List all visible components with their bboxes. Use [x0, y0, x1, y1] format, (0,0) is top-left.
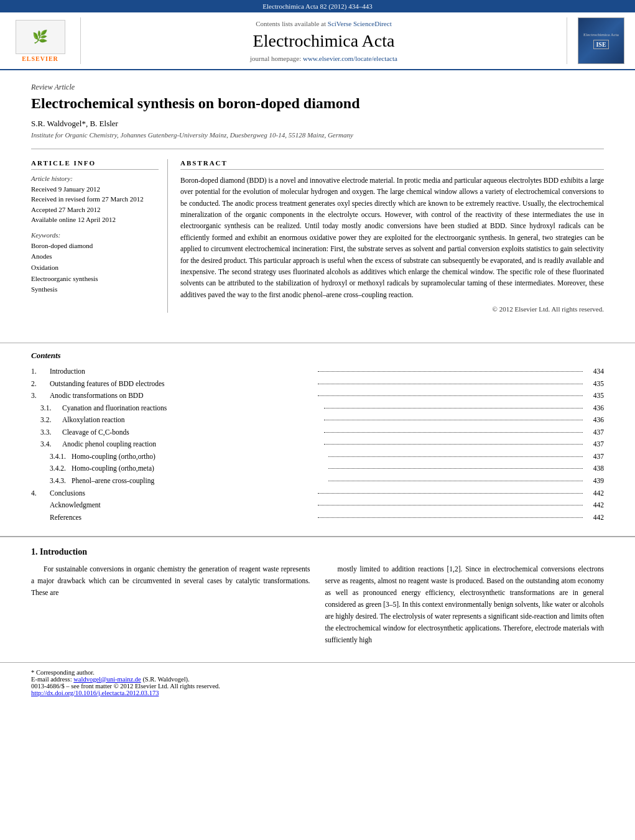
toc-label: Conclusions [50, 487, 315, 500]
toc-number: 1. [31, 366, 50, 378]
logo-box: 🌿 [16, 20, 65, 54]
toc-page: 437 [585, 438, 604, 451]
toc-page: 436 [585, 402, 604, 415]
toc-dots [318, 395, 583, 396]
cover-ise: ISE [593, 40, 608, 49]
elsevier-name: ELSEVIER [22, 55, 58, 62]
keyword-3: Oxidation [31, 262, 159, 274]
received-revised-date: Received in revised form 27 March 2012 [31, 194, 159, 205]
keyword-4: Electroorganic synthesis [31, 274, 159, 285]
toc-page: 439 [585, 475, 604, 487]
intro-col2-para1: mostly limited to addition reactions [1,… [325, 563, 605, 646]
toc-dots [318, 517, 583, 518]
journal-cover-area: Electrochimica Acta ISE [567, 17, 629, 64]
email-link[interactable]: waldvogel@uni-mainz.de [73, 676, 141, 683]
toc-label: Outstanding features of BDD electrodes [50, 378, 315, 390]
keyword-1: Boron-doped diamond [31, 241, 159, 252]
divider-1 [0, 343, 635, 343]
toc-number: 3.2. [31, 414, 62, 427]
toc-page: 436 [585, 414, 604, 427]
keywords-section: Keywords: Boron-doped diamond Anodes Oxi… [31, 231, 159, 295]
toc-number: 3.4.2. [31, 463, 72, 475]
article-body: Review Article Electrochemical synthesis… [0, 70, 635, 335]
toc-page: 437 [585, 451, 604, 463]
toc-label: Homo-coupling (ortho,ortho) [72, 451, 326, 463]
journal-cover: Electrochimica Acta ISE [578, 17, 624, 64]
page: Electrochimica Acta 82 (2012) 434–443 🌿 … [0, 0, 635, 703]
toc-label: Acknowledgment [50, 499, 315, 512]
intro-col1-para1: For sustainable conversions in organic c… [31, 563, 310, 599]
sciverse-link[interactable]: SciVerse ScienceDirect [328, 20, 392, 27]
abstract-text: Boron-doped diamond (BDD) is a novel and… [180, 175, 604, 300]
toc-label: Anodic transformations on BDD [50, 390, 315, 402]
email-label: E-mail address: [31, 676, 72, 683]
issn-line: 0013-4686/$ – see front matter © 2012 El… [31, 683, 604, 690]
homepage-label: journal homepage: [250, 55, 301, 62]
journal-title: Electrochimica Acta [253, 31, 395, 51]
toc-page: 442 [585, 487, 604, 500]
toc-number: 3.1. [31, 402, 62, 415]
accepted-date: Accepted 27 March 2012 [31, 205, 159, 215]
toc-dots [328, 456, 583, 457]
cover-journal-title: Electrochimica Acta [583, 32, 619, 37]
toc-dots [318, 384, 583, 384]
section-divider [0, 536, 635, 537]
toc-label: Alkoxylation reaction [62, 414, 322, 427]
intro-col2: mostly limited to addition reactions [1,… [325, 563, 605, 650]
toc-item: References442 [31, 512, 604, 524]
publisher-logo-area: 🌿 ELSEVIER [6, 17, 81, 64]
toc-item: 1.Introduction434 [31, 366, 604, 378]
toc-page: 435 [585, 378, 604, 390]
article-type: Review Article [31, 83, 604, 92]
article-info-abstract: ARTICLE INFO Article history: Received 9… [31, 159, 604, 313]
toc-container: 1.Introduction4342.Outstanding features … [31, 366, 604, 524]
toc-page: 435 [585, 390, 604, 402]
article-info-heading: ARTICLE INFO [31, 159, 159, 170]
toc-number: 3.4.1. [31, 451, 72, 463]
abstract-heading: ABSTRACT [180, 159, 604, 170]
homepage-url[interactable]: www.elsevier.com/locate/electacta [303, 55, 397, 62]
intro-col1: For sustainable conversions in organic c… [31, 563, 310, 650]
affiliation: Institute for Organic Chemistry, Johanne… [31, 131, 604, 149]
keyword-2: Anodes [31, 251, 159, 262]
footnote-star: * Corresponding author. [31, 669, 604, 676]
elsevier-logo: 🌿 ELSEVIER [16, 20, 65, 62]
contents-heading: Contents [31, 351, 604, 361]
toc-label: Phenol–arene cross-coupling [72, 475, 326, 487]
intro-heading: 1. Introduction [31, 547, 604, 557]
toc-label: Introduction [50, 366, 315, 378]
abstract-section: ABSTRACT Boron-doped diamond (BDD) is a … [180, 159, 604, 313]
toc-dots [328, 468, 583, 469]
sciverse-line: Contents lists available at SciVerse Sci… [256, 20, 391, 27]
available-date: Available online 12 April 2012 [31, 215, 159, 225]
contents-available-text: Contents lists available at [256, 20, 326, 27]
toc-label: Anodic phenol coupling reaction [62, 438, 322, 451]
toc-item: 2.Outstanding features of BDD electrodes… [31, 378, 604, 390]
doi-line: http://dx.doi.org/10.1016/j.electacta.20… [31, 690, 604, 696]
toc-number: 3. [31, 390, 50, 402]
journal-reference-bar: Electrochimica Acta 82 (2012) 434–443 [0, 0, 635, 12]
toc-dots [324, 420, 583, 420]
intro-two-col: For sustainable conversions in organic c… [31, 563, 604, 650]
copyright: © 2012 Elsevier Ltd. All rights reserved… [180, 305, 604, 313]
toc-item: 3.4.3.Phenol–arene cross-coupling439 [31, 475, 604, 487]
toc-number: 3.3. [31, 427, 62, 439]
toc-item: 3.4.2.Homo-coupling (ortho,meta)438 [31, 463, 604, 475]
article-title: Electrochemical synthesis on boron-doped… [31, 95, 604, 113]
history-section: Article history: Received 9 January 2012… [31, 175, 159, 225]
toc-page: 437 [585, 427, 604, 439]
homepage-line: journal homepage: www.elsevier.com/locat… [250, 55, 397, 62]
article-info: ARTICLE INFO Article history: Received 9… [31, 159, 168, 313]
journal-header: 🌿 ELSEVIER Contents lists available at S… [0, 12, 635, 70]
keyword-5: Synthesis [31, 284, 159, 295]
journal-title-area: Contents lists available at SciVerse Sci… [87, 17, 560, 64]
toc-number: 2. [31, 378, 50, 390]
journal-reference: Electrochimica Acta 82 (2012) 434–443 [262, 2, 373, 10]
contents-section: Contents 1.Introduction4342.Outstanding … [0, 351, 635, 524]
toc-page: 442 [585, 499, 604, 512]
doi-link[interactable]: http://dx.doi.org/10.1016/j.electacta.20… [31, 690, 159, 696]
toc-dots [318, 505, 583, 505]
history-label: Article history: [31, 175, 159, 182]
toc-dots [328, 481, 583, 481]
toc-dots [318, 371, 583, 372]
